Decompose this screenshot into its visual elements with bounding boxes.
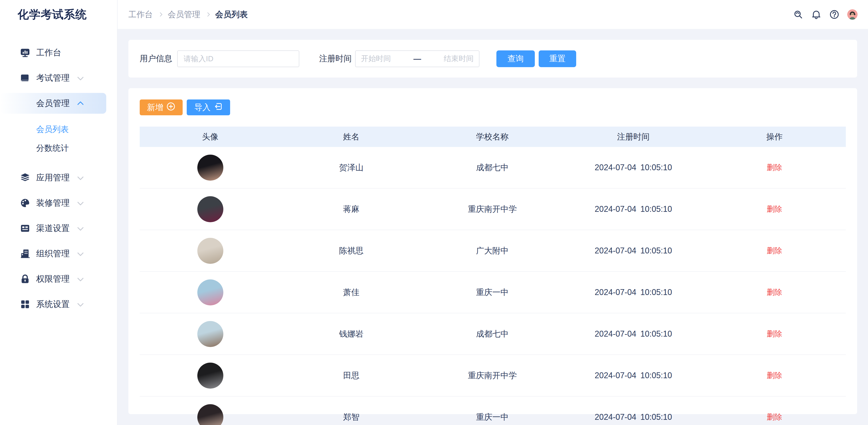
topbar: 工作台会员管理会员列表 [118,0,868,29]
help-icon [829,9,839,20]
member-name: 郑智 [281,412,422,423]
breadcrumb-item: 会员列表 [215,9,248,20]
plus-circle-icon [166,102,176,113]
register-time-label: 注册时间 [319,53,352,64]
sidebar-item-channel-settings[interactable]: 渠道设置 [0,218,106,239]
start-time-placeholder[interactable]: 开始时间 [361,54,413,64]
chevron-down-icon [77,300,84,307]
bell-icon[interactable] [811,9,822,20]
sidebar-item-label: 考试管理 [36,72,70,84]
column-header: 姓名 [281,131,422,143]
member-avatar [197,321,223,347]
breadcrumb: 工作台会员管理会员列表 [128,9,248,20]
member-school: 广大附中 [422,245,563,256]
date-range-picker[interactable]: 开始时间 — 结束时间 [355,51,479,67]
delete-link[interactable]: 删除 [767,412,782,422]
member-school: 成都七中 [422,329,563,339]
delete-link[interactable]: 删除 [767,162,782,173]
table-row: 陈祺思 广大附中 2024-07-0410:05:10 删除 [140,230,846,272]
sidebar-item-label: 工作台 [36,47,61,58]
chevron-down-icon [77,199,84,206]
app-window: 化学考试系统 工作台 考试管理 会员管理 会员列表分数统计 应用管理 装修管理 … [0,0,868,425]
table-row: 田思 重庆南开中学 2024-07-0410:05:10 删除 [140,355,846,396]
user-avatar[interactable] [847,9,858,20]
reset-button[interactable]: 重置 [539,51,576,67]
delete-link[interactable]: 删除 [767,287,782,298]
sidebar-item-exam-management[interactable]: 考试管理 [0,68,106,88]
chevron-up-icon [77,101,84,108]
table-body: 贺泽山 成都七中 2024-07-0410:05:10 删除 蒋麻 重庆南开中学… [140,147,846,425]
sidebar-submenu: 会员列表分数统计 [0,120,117,158]
help-icon[interactable] [829,9,839,20]
search-icon[interactable] [793,9,803,20]
sidebar-item-label: 渠道设置 [36,223,70,234]
dashboard-icon [20,48,30,58]
member-avatar [197,238,223,264]
channel-icon [20,223,30,234]
range-separator: — [413,54,421,63]
end-time-placeholder[interactable]: 结束时间 [421,54,473,64]
delete-link[interactable]: 删除 [767,245,782,256]
member-school: 重庆南开中学 [422,204,563,215]
sidebar-item-label: 组织管理 [36,248,70,259]
table-row: 钱娜岩 成都七中 2024-07-0410:05:10 删除 [140,313,846,355]
column-header: 注册时间 [563,131,704,143]
sidebar-item-decoration-management[interactable]: 装修管理 [0,192,106,213]
breadcrumb-separator-icon [206,12,210,17]
delete-link[interactable]: 删除 [767,370,782,381]
member-register-time: 2024-07-0410:05:10 [563,204,704,214]
member-avatar [197,155,223,181]
table-header: 头像姓名学校名称注册时间操作 [140,127,846,147]
member-school: 成都七中 [422,162,563,173]
delete-link[interactable]: 删除 [767,204,782,214]
import-button[interactable]: 导入 [187,99,230,115]
member-register-time: 2024-07-0410:05:10 [563,412,704,422]
sidebar-item-system-settings[interactable]: 系统设置 [0,294,106,315]
content-area: 用户信息 注册时间 开始时间 — 结束时间 查询 重置 新增 导入 头像姓名学校… [118,29,868,425]
member-name: 田思 [281,370,422,381]
sidebar-item-org-management[interactable]: 组织管理 [0,243,106,264]
breadcrumb-item[interactable]: 会员管理 [168,9,200,20]
table-toolbar: 新增 导入 [140,99,846,115]
building-icon [20,248,30,259]
search-icon [793,9,803,20]
member-name: 蒋麻 [281,204,422,215]
book-icon [20,73,30,83]
chevron-down-icon [77,174,84,180]
layers-icon [20,173,30,183]
member-avatar [197,404,223,425]
chevron-down-icon [77,250,84,256]
sidebar-nav: 工作台 考试管理 会员管理 会员列表分数统计 应用管理 装修管理 渠道设置 组织… [0,29,117,319]
member-avatar [197,196,223,222]
member-avatar [197,363,223,389]
member-register-time: 2024-07-0410:05:10 [563,246,704,255]
table-row: 萧佳 重庆一中 2024-07-0410:05:10 删除 [140,272,846,313]
column-header: 学校名称 [422,131,563,143]
sidebar-item-permission-management[interactable]: 权限管理 [0,269,106,290]
add-button[interactable]: 新增 [140,99,183,115]
user-info-label: 用户信息 [140,53,172,64]
chevron-down-icon [77,224,84,231]
breadcrumb-item[interactable]: 工作台 [128,9,153,20]
user-id-input[interactable] [177,51,299,67]
query-button[interactable]: 查询 [496,51,535,67]
column-header: 操作 [704,131,845,143]
sidebar-item-label: 应用管理 [36,172,70,183]
plus-circle-icon [166,102,176,111]
delete-link[interactable]: 删除 [767,329,782,339]
import-icon [214,102,223,113]
sidebar-item-member-management[interactable]: 会员管理 [0,93,106,114]
member-name: 萧佳 [281,287,422,298]
member-register-time: 2024-07-0410:05:10 [563,287,704,297]
sidebar-subitem-member-list[interactable]: 会员列表 [0,120,117,139]
member-school: 重庆一中 [422,287,563,298]
member-name: 陈祺思 [281,245,422,256]
sidebar-subitem-score-stats[interactable]: 分数统计 [0,139,117,158]
sidebar-item-dashboard[interactable]: 工作台 [0,42,106,63]
column-header: 头像 [140,131,281,143]
sidebar-item-label: 系统设置 [36,299,70,310]
chevron-down-icon [77,275,84,281]
sidebar-item-label: 权限管理 [36,273,70,284]
sidebar-item-app-management[interactable]: 应用管理 [0,167,106,188]
main-area: 工作台会员管理会员列表 用户信息 注册时间 开始时间 — 结束时间 查询 重置 [118,0,868,425]
